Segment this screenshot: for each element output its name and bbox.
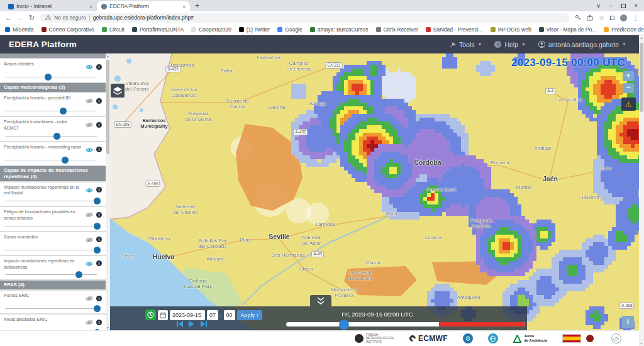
map-info-button[interactable]: i — [622, 316, 634, 328]
scrollbar-thumb[interactable] — [106, 60, 109, 154]
page-scrollbar[interactable]: ▲ ▼ — [639, 35, 644, 346]
layer-opacity-slider[interactable] — [4, 197, 102, 205]
layer-opacity-slider[interactable] — [4, 73, 102, 81]
layer-opacity-slider[interactable] — [4, 328, 102, 330]
bookmark-item[interactable]: amaya: BuscaCursos — [310, 26, 369, 33]
layer-visibility-toggle[interactable] — [86, 119, 93, 130]
skip-start-button[interactable] — [177, 321, 184, 327]
layer-info-icon[interactable]: i — [96, 237, 102, 242]
layer-info-icon[interactable]: i — [96, 64, 102, 70]
reload-button[interactable]: ↻ — [29, 14, 35, 21]
layer-visibility-toggle[interactable] — [86, 209, 93, 220]
layer-opacity-slider[interactable] — [4, 246, 102, 254]
timebar-collapse-handle[interactable] — [310, 295, 331, 306]
bookmark-item[interactable]: Citrix Receiver — [376, 26, 418, 33]
bookmark-item[interactable]: Google — [277, 26, 302, 33]
minimize-button[interactable]: – — [609, 3, 613, 9]
layer-visibility-toggle[interactable] — [86, 316, 93, 328]
slider-handle[interactable] — [45, 74, 52, 81]
slider-handle[interactable] — [62, 157, 69, 164]
layer-info-icon[interactable]: i — [96, 98, 102, 104]
help-menu[interactable]: ? Help ▼ — [494, 41, 526, 48]
user-menu[interactable]: antonio.santiago.gahete ▼ — [538, 41, 626, 48]
layer-visibility-toggle[interactable] — [86, 144, 93, 155]
slider-handle[interactable] — [94, 329, 101, 330]
layer-visibility-toggle[interactable] — [86, 258, 93, 269]
slider-handle[interactable] — [94, 247, 101, 254]
layer-opacity-slider[interactable] — [4, 304, 102, 313]
bookmark-star-icon[interactable]: ☆ — [599, 14, 604, 21]
bookmark-item[interactable]: Sanidad - Prevenci... — [426, 26, 483, 33]
layer-visibility-toggle[interactable] — [86, 234, 93, 245]
layer-info-icon[interactable]: i — [96, 296, 102, 301]
tab-close-icon[interactable]: × — [182, 4, 186, 9]
layers-control-button[interactable] — [111, 84, 125, 98]
zoom-in-button[interactable]: + — [623, 71, 634, 81]
bookmark-item[interactable]: Coopera2020 — [191, 26, 231, 33]
calendar-button[interactable] — [158, 310, 168, 320]
layer-info-icon[interactable]: i — [96, 212, 102, 218]
slider-handle[interactable] — [60, 108, 67, 114]
skip-end-button[interactable] — [200, 321, 207, 327]
timeline-handle[interactable] — [339, 320, 349, 330]
close-button[interactable]: × — [635, 3, 638, 9]
play-button[interactable] — [189, 321, 195, 327]
timeline-slider[interactable] — [286, 322, 525, 326]
layer-info-icon[interactable]: i — [96, 260, 102, 266]
slider-handle[interactable] — [94, 223, 101, 230]
map-viewport[interactable]: BarcarrotaVillanueva del FresnoZafraHorn… — [110, 53, 639, 330]
bookmark-item[interactable]: Circuit — [102, 26, 125, 33]
slider-handle[interactable] — [75, 271, 82, 278]
side-panel-icon[interactable] — [610, 16, 614, 20]
minute-input[interactable]: 00 — [224, 310, 235, 320]
tab-search-icon[interactable]: ∨ — [596, 3, 601, 9]
layer-info-icon[interactable]: i — [96, 187, 102, 193]
layer-opacity-slider[interactable] — [4, 271, 102, 279]
forward-button[interactable]: → — [17, 14, 24, 21]
slider-handle[interactable] — [94, 198, 101, 204]
hour-input[interactable]: 07 — [207, 310, 218, 320]
bookmark-item[interactable]: Correo Corporativo — [42, 26, 94, 33]
current-time-button[interactable] — [145, 310, 156, 320]
zoom-out-button[interactable]: − — [623, 83, 634, 93]
back-button[interactable]: ← — [5, 14, 12, 21]
tools-menu[interactable]: Tools ▼ — [450, 41, 482, 48]
layer-opacity-slider[interactable] — [4, 107, 102, 115]
slider-handle[interactable] — [53, 133, 60, 140]
share-icon[interactable] — [587, 14, 593, 21]
layer-info-icon[interactable]: i — [96, 320, 102, 325]
map-canvas[interactable] — [110, 53, 639, 330]
layer-opacity-slider[interactable] — [4, 132, 102, 140]
scrollbar-thumb[interactable] — [640, 43, 643, 112]
bookmark-item[interactable]: PortafirmasJUNTA — [132, 26, 184, 33]
maximize-button[interactable] — [621, 4, 626, 8]
new-tab-button[interactable]: + — [195, 1, 199, 10]
address-bar[interactable]: No es seguro gebrada.upc.es/edera-platfo… — [40, 13, 570, 23]
date-input[interactable]: 2023-09-15 — [170, 310, 205, 320]
bookmark-item[interactable]: (1) Twitter — [239, 26, 270, 33]
layer-opacity-slider[interactable] — [4, 156, 102, 164]
layer-info-icon[interactable]: i — [96, 122, 102, 128]
layer-visibility-toggle[interactable] — [86, 95, 93, 106]
layer-info-icon[interactable]: i — [96, 147, 102, 152]
scroll-up-icon[interactable]: ▲ — [106, 54, 110, 58]
bookmark-item[interactable]: MiSenda — [5, 26, 34, 33]
bookmark-item[interactable]: Visor - Mapa de Po... — [539, 26, 597, 33]
sidebar-scrollbar[interactable]: ▲ ▼ — [106, 53, 110, 330]
bookmark-item[interactable]: Prediccion de olaj... — [604, 26, 644, 33]
bookmark-item[interactable]: INFOGIS web — [491, 26, 531, 33]
tab-inicio-intranet[interactable]: Inicio - Intranet × — [4, 1, 97, 11]
scroll-up-icon[interactable]: ▲ — [639, 36, 644, 40]
menu-kebab-icon[interactable]: ⋮ — [633, 14, 639, 21]
tab-close-icon[interactable]: × — [89, 4, 92, 9]
slider-handle[interactable] — [94, 305, 101, 312]
layer-visibility-toggle[interactable] — [86, 293, 93, 304]
profile-avatar[interactable] — [620, 14, 627, 21]
layer-visibility-toggle[interactable] — [86, 184, 93, 196]
layer-visibility-toggle[interactable] — [86, 61, 93, 72]
scroll-down-icon[interactable]: ▼ — [639, 342, 644, 345]
key-icon[interactable] — [575, 14, 581, 21]
apply-button[interactable]: Apply › — [237, 310, 263, 320]
warnings-button[interactable]: ⚠ — [621, 98, 636, 111]
tab-edera-platform[interactable]: EDERA Platform × — [97, 1, 190, 11]
